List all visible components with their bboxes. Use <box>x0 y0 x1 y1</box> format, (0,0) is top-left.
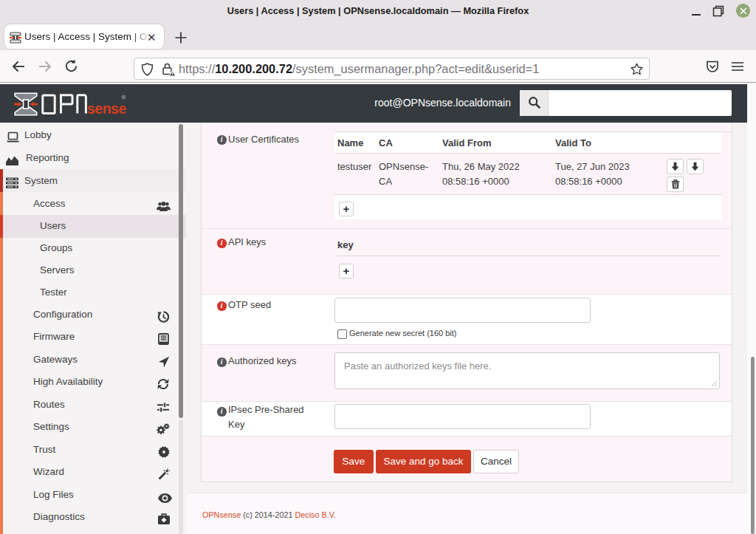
svg-text:sense: sense <box>87 100 126 117</box>
svg-text:R: R <box>123 95 125 99</box>
